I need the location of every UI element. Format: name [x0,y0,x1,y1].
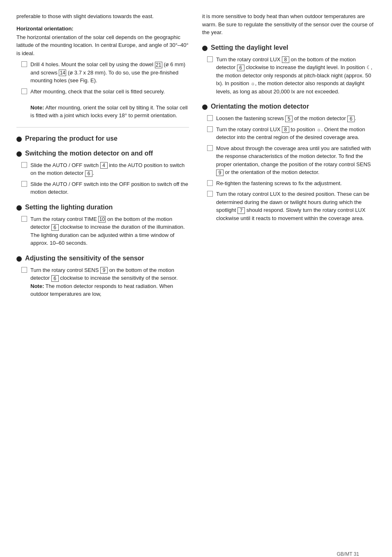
text-part: Move about through the coverage area unt… [216,145,371,167]
list-marker [207,145,213,151]
list-item: Slide the AUTO / OFF switch into the OFF… [21,180,189,196]
right-column: it is more sensitive to body heat than w… [202,12,376,302]
preparing-heading: Preparing the product for use [16,135,189,142]
daylight-list: Turn the rotary control LUX 8 on the bot… [207,56,376,96]
list-item-content: Turn the rotary control TIME 10 on the b… [30,215,189,247]
text-part: Loosen the fastening screws [216,115,285,121]
list-marker [207,180,213,186]
page-footer: GB/MT 31 [337,551,359,557]
switching-list: Slide the AUTO / OFF switch 4 into the A… [21,161,189,196]
ref-box-21: 21 [155,62,162,68]
list-item: After mounting, check that the solar cel… [21,88,189,120]
moon-symbol: ☾ [367,65,371,70]
text-part: Slide the AUTO / OFF switch into the OFF… [30,181,188,195]
list-item-content: Move about through the coverage area unt… [216,144,376,176]
preparing-heading-text: Preparing the product for use [25,135,189,142]
ref-box-14: 14 [59,70,66,76]
list-item-content: Loosen the fastening screws 5 of the mot… [216,114,376,123]
list-marker [207,126,213,132]
text-part: Turn the rotary control LUX [216,126,282,132]
text-part: clockwise to increase the sensitivity of… [59,275,178,281]
list-item-content: Turn the rotary control LUX 8 on the bot… [216,56,376,96]
list-item: Turn the rotary control LUX to the desir… [207,190,376,222]
ref-box-6c: 6 [51,275,59,282]
note-label: Note: [30,283,44,289]
install-list: Drill 4 holes. Mount the solar cell by u… [21,60,189,120]
left-column: preferable to those with slight deviatio… [16,12,189,302]
bullet-dot [16,151,22,157]
list-marker [207,191,213,197]
bullet-dot [202,104,208,110]
lighting-duration-heading: Setting the lighting duration [16,204,189,211]
text-part: to position [289,126,317,132]
text-part: Re-tighten the fastening screws to fix t… [216,180,342,186]
orientating-heading-text: Orientating the motion detector [211,103,376,110]
list-item: Turn the rotary control LUX 8 on the bot… [207,56,376,96]
ref-box-9b: 9 [216,169,224,176]
text-part: After mounting, check that the solar cel… [30,88,165,95]
ref-box-6d: 6 [237,65,244,71]
list-item-content: Slide the AUTO / OFF switch into the OFF… [30,180,189,196]
horizontal-orientation-heading: Horizontal orientation: [16,26,189,32]
list-marker [207,56,213,62]
orientating-heading: Orientating the motion detector [202,103,376,110]
list-marker [207,115,213,121]
list-item-content: Turn the rotary control LUX 8 to positio… [216,125,376,142]
list-item: Slide the AUTO / OFF switch 4 into the A… [21,161,189,177]
daylight-heading: Setting the daylight level [202,44,376,51]
note-text: The motion detector responds to heat rad… [30,283,173,297]
text-part: . [92,170,94,176]
ref-box-8b: 8 [282,126,289,133]
list-item: Turn the rotary control SENS 9 on the bo… [21,266,189,298]
ref-box-6: 6 [85,170,92,177]
ref-box-6b: 6 [51,224,59,231]
list-item-content: Turn the rotary control LUX to the desir… [216,190,376,222]
list-marker [21,61,27,67]
horizontal-orientation-body: The horizontal orientation of the solar … [16,33,189,58]
text-part: Turn the rotary control LUX [216,56,282,63]
divider [16,127,189,128]
ref-box-10: 10 [98,216,106,223]
switching-heading-text: Switching the motion detector on and off [25,150,189,157]
list-item-content: Slide the AUTO / OFF switch 4 into the A… [30,161,189,177]
intro-text: preferable to those with slight deviatio… [16,12,189,21]
bullet-dot [16,205,22,211]
bullet-dot [16,137,22,142]
list-marker [21,267,27,273]
text-part: clockwise to increase the daylight level… [244,64,367,70]
list-item-content: After mounting, check that the solar cel… [30,88,189,120]
list-marker [21,88,27,94]
list-item-content: Re-tighten the fastening screws to fix t… [216,179,376,188]
list-marker [21,181,27,187]
list-item-content: Turn the rotary control SENS 9 on the bo… [30,266,189,298]
list-marker [21,216,27,222]
ref-box-6e: 6 [347,116,355,122]
list-item: Turn the rotary control TIME 10 on the b… [21,215,189,247]
list-item-content: Drill 4 holes. Mount the solar cell by u… [30,60,189,85]
text-part: or the orientation of the motion detecto… [224,169,319,175]
ref-box-7: 7 [238,207,245,214]
list-item: Drill 4 holes. Mount the solar cell by u… [21,60,189,85]
page-wrapper: preferable to those with slight deviatio… [16,12,376,557]
sun-symbol: ☼ [316,127,321,132]
sun-symbol: ☼ [251,81,255,86]
list-item: Loosen the fastening screws 5 of the mot… [207,114,376,123]
orientating-list: Loosen the fastening screws 5 of the mot… [207,114,376,222]
text-part: Drill 4 holes. Mount the solar cell by u… [30,61,155,67]
list-item: Turn the rotary control LUX 8 to positio… [207,125,376,142]
ref-box-4: 4 [100,162,108,169]
note-label: Note: [30,104,44,111]
lighting-duration-list: Turn the rotary control TIME 10 on the b… [21,215,189,247]
bullet-dot [202,46,208,51]
text-part: . [355,115,356,121]
text-part: Turn the rotary control SENS [30,267,100,273]
daylight-heading-text: Setting the daylight level [211,44,376,51]
ref-box-8: 8 [282,56,289,63]
ref-box-5: 5 [285,116,293,122]
bullet-dot [16,256,22,262]
ref-box-9: 9 [100,267,108,274]
note-text: After mounting, orient the solar cell by… [30,104,188,119]
sensitivity-heading: Adjusting the sensitivity of the sensor [16,255,189,262]
text-part: of the motion detector [293,115,347,121]
sensitivity-continued: it is more sensitive to body heat than w… [202,12,376,37]
